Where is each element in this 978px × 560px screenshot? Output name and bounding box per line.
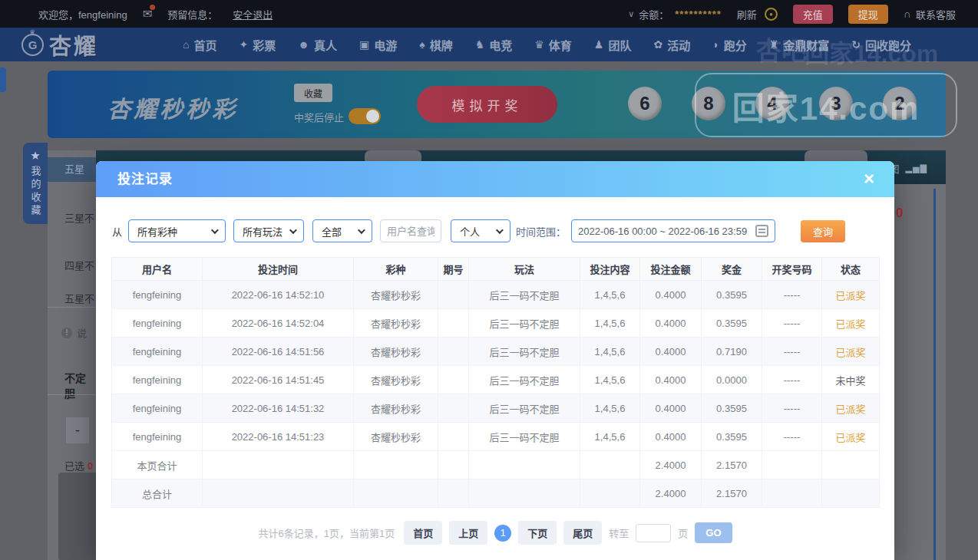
amount-cell: 0.4000 bbox=[640, 423, 702, 451]
nav-item-icon: ◗ bbox=[712, 38, 719, 51]
nav-item-icon: ♞ bbox=[475, 38, 485, 51]
goto-page-input[interactable] bbox=[636, 524, 671, 542]
stop-after-win-toggle[interactable] bbox=[349, 108, 381, 124]
go-button[interactable]: GO bbox=[695, 522, 732, 543]
bet-time-cell: 2022-06-16 14:51:23 bbox=[203, 423, 354, 451]
status-cell: 已派奖 bbox=[822, 423, 880, 451]
balance-masked: ********** bbox=[675, 8, 722, 20]
nav-item[interactable]: ◗ 跑分 bbox=[712, 37, 746, 53]
search-button[interactable]: 查询 bbox=[801, 220, 845, 242]
nav-item[interactable]: ♞ 电竞 bbox=[475, 37, 513, 53]
content-cell: 1,4,5,6 bbox=[580, 366, 640, 394]
nav-item-label: 团队 bbox=[608, 37, 631, 53]
nav-item[interactable]: ♠ 棋牌 bbox=[419, 37, 452, 53]
column-header: 玩法 bbox=[469, 258, 580, 281]
nav-item-icon: ⌂ bbox=[183, 38, 189, 51]
headset-icon: ∩ bbox=[904, 8, 911, 20]
table-row: fengfeining 2022-06-16 14:52:04 杏耀秒秒彩 后三… bbox=[112, 309, 880, 338]
nav-item[interactable]: ♟ 团队 bbox=[594, 37, 632, 53]
date-range-field[interactable] bbox=[571, 219, 775, 242]
my-favorites-tab[interactable]: ★ 我的收藏 bbox=[23, 143, 48, 224]
nav-item[interactable]: ▣ 电游 bbox=[359, 37, 397, 53]
minus-button[interactable]: - bbox=[66, 417, 89, 443]
lottery-ball: 6 bbox=[628, 87, 662, 120]
trend-chart-link[interactable]: 图 ▂▅▇ bbox=[890, 161, 927, 176]
support-link[interactable]: ∩ 联系客服 bbox=[904, 7, 956, 21]
topbar: 欢迎您，fengfeining ✉ 预留信息： 安全退出 ∨ 余额： *****… bbox=[0, 0, 978, 28]
number-pad-fragment bbox=[58, 473, 96, 560]
lottery-name: 杏耀秒秒彩 bbox=[107, 91, 238, 124]
play-type-label: 不定胆 bbox=[64, 370, 96, 400]
simulate-draw-button[interactable]: 模拟开奖 bbox=[417, 86, 557, 123]
username-cell: fengfeining bbox=[112, 281, 203, 309]
recharge-button[interactable]: 充值 bbox=[793, 5, 833, 24]
eye-icon[interactable]: ● bbox=[765, 8, 778, 21]
issue-cell bbox=[438, 281, 469, 309]
summary-label: 本页合计 bbox=[112, 451, 203, 479]
calendar-icon[interactable] bbox=[755, 225, 768, 237]
nav-item[interactable]: ♛ 体育 bbox=[534, 37, 572, 53]
status-cell: 未中奖 bbox=[822, 366, 880, 394]
current-page-badge[interactable]: 1 bbox=[494, 525, 511, 542]
scope-select[interactable]: 个人 bbox=[451, 219, 510, 242]
date-range-input[interactable] bbox=[578, 226, 755, 237]
lottery-banner: 杏耀秒秒彩 收藏 中奖后停止 模拟开奖 68432 回家14.com bbox=[48, 71, 946, 138]
brand-logo[interactable]: ♛G 杏耀 bbox=[21, 28, 98, 61]
summary-amount: 2.4000 bbox=[640, 479, 702, 508]
bet-time-cell: 2022-06-16 14:51:56 bbox=[203, 338, 354, 366]
play-menu-item[interactable]: 三星不 bbox=[64, 210, 94, 225]
play-tab-five-star[interactable]: 五星 bbox=[48, 157, 96, 182]
numbers-cell: ----- bbox=[762, 281, 822, 309]
mail-icon[interactable]: ✉ bbox=[143, 7, 153, 21]
numbers-cell: ----- bbox=[762, 366, 822, 394]
numbers-cell: ----- bbox=[762, 309, 822, 338]
content-cell: 1,4,5,6 bbox=[580, 394, 640, 423]
last-page-button[interactable]: 尾页 bbox=[563, 521, 602, 545]
first-page-button[interactable]: 首页 bbox=[404, 521, 442, 545]
note-row: ! 说 bbox=[61, 325, 87, 340]
chevron-down-icon[interactable]: ∨ bbox=[628, 9, 634, 19]
table-row: fengfeining 2022-06-16 14:51:32 杏耀秒秒彩 后三… bbox=[112, 394, 880, 423]
background-play-panel: 五星 三星不 四星不 五星不 ! 说 不定胆 - 已选0 bbox=[48, 150, 96, 560]
close-icon[interactable]: × bbox=[864, 168, 874, 189]
from-label: 从 bbox=[112, 224, 122, 239]
issue-cell bbox=[438, 423, 469, 451]
bet-records-modal: 投注记录 × 从 所有彩种 所有玩法 全部 个人 时间范围： 查询 bbox=[96, 161, 894, 560]
withdraw-button[interactable]: 提现 bbox=[848, 5, 888, 24]
prize-cell: 0.0000 bbox=[702, 366, 762, 394]
prize-cell: 0.3595 bbox=[702, 423, 762, 451]
nav-item-label: 跑分 bbox=[724, 37, 747, 53]
status-cell: 已派奖 bbox=[822, 281, 880, 309]
play-cell: 后三一码不定胆 bbox=[469, 394, 580, 423]
nav-item[interactable]: ✦ 彩票 bbox=[240, 37, 276, 53]
nav-item-label: 首页 bbox=[193, 37, 216, 53]
nav-item-label: 体育 bbox=[549, 37, 572, 53]
lottery-select[interactable]: 所有彩种 bbox=[128, 219, 226, 242]
nav-item[interactable]: ⌂ 首页 bbox=[183, 37, 216, 53]
favorite-button[interactable]: 收藏 bbox=[294, 84, 332, 102]
pagination: 共计6条记录，1页，当前第1页 首页 上页 1 下页 尾页 转至 页 GO bbox=[96, 521, 894, 545]
status-select[interactable]: 全部 bbox=[312, 219, 372, 242]
status-cell: 已派奖 bbox=[822, 394, 880, 423]
column-header: 开奖号码 bbox=[762, 258, 822, 281]
refresh-button[interactable]: 刷新 bbox=[737, 7, 757, 21]
play-select[interactable]: 所有玩法 bbox=[233, 219, 304, 242]
prev-page-button[interactable]: 上页 bbox=[449, 521, 487, 545]
nav-item[interactable]: ☻ 真人 bbox=[298, 37, 337, 53]
play-menu-item[interactable]: 四星不 bbox=[64, 258, 94, 272]
play-menu-item[interactable]: 五星不 bbox=[64, 291, 94, 305]
username-cell: fengfeining bbox=[112, 309, 203, 338]
column-header: 用户名 bbox=[112, 258, 203, 281]
column-header: 状态 bbox=[822, 258, 880, 281]
table-summary: 本页合计 2.4000 2.1570 总合计 2.4000 2.1570 bbox=[112, 451, 880, 508]
nav-item[interactable]: ✿ 活动 bbox=[653, 37, 690, 53]
filter-bar: 从 所有彩种 所有玩法 全部 个人 时间范围： 查询 bbox=[112, 219, 879, 242]
modal-title: 投注记录 bbox=[96, 161, 894, 197]
numbers-cell: ----- bbox=[762, 423, 822, 451]
table-row: fengfeining 2022-06-16 14:52:10 杏耀秒秒彩 后三… bbox=[112, 281, 880, 309]
next-page-button[interactable]: 下页 bbox=[518, 521, 557, 545]
logout-link[interactable]: 安全退出 bbox=[233, 7, 273, 21]
chevron-down-icon bbox=[358, 226, 365, 234]
username-search-input[interactable] bbox=[380, 219, 441, 242]
table-row: fengfeining 2022-06-16 14:51:56 杏耀秒秒彩 后三… bbox=[112, 338, 880, 366]
